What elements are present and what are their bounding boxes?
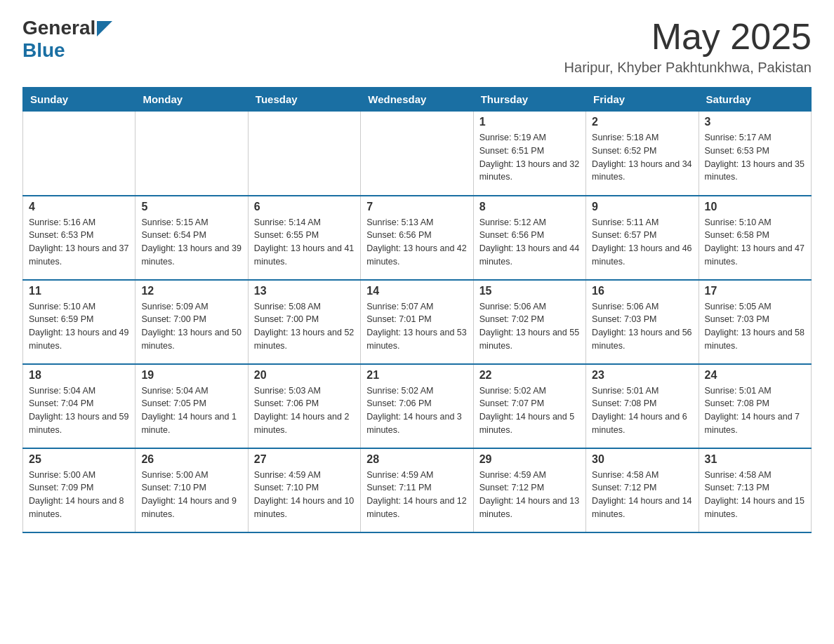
sun-info: Sunrise: 4:58 AMSunset: 7:12 PMDaylight:… xyxy=(592,469,692,521)
logo-arrow-icon xyxy=(97,21,112,36)
sun-info: Sunrise: 5:07 AMSunset: 7:01 PMDaylight:… xyxy=(366,300,467,353)
calendar-header: Sunday Monday Tuesday Wednesday Thursday… xyxy=(23,88,812,112)
sun-info: Sunrise: 5:10 AMSunset: 6:59 PMDaylight:… xyxy=(29,300,129,353)
day-number: 17 xyxy=(705,285,805,297)
sun-info: Sunrise: 5:15 AMSunset: 6:54 PMDaylight:… xyxy=(141,216,241,269)
location-subtitle: Haripur, Khyber Pakhtunkhwa, Pakistan xyxy=(564,60,812,76)
sun-info: Sunrise: 5:18 AMSunset: 6:52 PMDaylight:… xyxy=(592,131,692,184)
logo: General Blue xyxy=(22,17,112,62)
calendar-cell: 9Sunrise: 5:11 AMSunset: 6:57 PMDaylight… xyxy=(586,196,699,280)
sun-info: Sunrise: 5:02 AMSunset: 7:06 PMDaylight:… xyxy=(366,384,467,437)
day-number: 4 xyxy=(29,201,129,213)
sun-info: Sunrise: 5:00 AMSunset: 7:09 PMDaylight:… xyxy=(29,469,129,521)
day-number: 30 xyxy=(592,453,692,466)
calendar-cell: 6Sunrise: 5:14 AMSunset: 6:55 PMDaylight… xyxy=(248,196,360,280)
day-number: 15 xyxy=(479,285,580,297)
calendar-cell: 18Sunrise: 5:04 AMSunset: 7:04 PMDayligh… xyxy=(23,364,135,448)
sun-info: Sunrise: 5:08 AMSunset: 7:00 PMDaylight:… xyxy=(254,300,355,353)
calendar-cell: 28Sunrise: 4:59 AMSunset: 7:11 PMDayligh… xyxy=(361,448,473,532)
month-title: May 2025 xyxy=(564,17,812,57)
calendar-cell: 21Sunrise: 5:02 AMSunset: 7:06 PMDayligh… xyxy=(361,364,473,448)
sun-info: Sunrise: 5:14 AMSunset: 6:55 PMDaylight:… xyxy=(254,216,355,269)
sun-info: Sunrise: 5:11 AMSunset: 6:57 PMDaylight:… xyxy=(592,216,692,269)
sun-info: Sunrise: 4:59 AMSunset: 7:10 PMDaylight:… xyxy=(254,469,355,521)
sun-info: Sunrise: 5:16 AMSunset: 6:53 PMDaylight:… xyxy=(29,216,129,269)
calendar-cell xyxy=(361,112,473,196)
calendar-cell: 17Sunrise: 5:05 AMSunset: 7:03 PMDayligh… xyxy=(699,280,811,364)
calendar-cell: 24Sunrise: 5:01 AMSunset: 7:08 PMDayligh… xyxy=(699,364,811,448)
calendar-cell: 11Sunrise: 5:10 AMSunset: 6:59 PMDayligh… xyxy=(23,280,135,364)
calendar-body: 1Sunrise: 5:19 AMSunset: 6:51 PMDaylight… xyxy=(23,112,812,532)
sun-info: Sunrise: 5:19 AMSunset: 6:51 PMDaylight:… xyxy=(479,131,580,184)
day-number: 20 xyxy=(254,369,355,382)
sun-info: Sunrise: 5:06 AMSunset: 7:02 PMDaylight:… xyxy=(479,300,580,353)
sun-info: Sunrise: 5:09 AMSunset: 7:00 PMDaylight:… xyxy=(141,300,241,353)
col-tuesday: Tuesday xyxy=(248,88,360,112)
col-friday: Friday xyxy=(586,88,699,112)
day-number: 28 xyxy=(366,453,467,466)
day-number: 3 xyxy=(705,116,805,128)
col-saturday: Saturday xyxy=(699,88,811,112)
calendar-cell: 13Sunrise: 5:08 AMSunset: 7:00 PMDayligh… xyxy=(248,280,360,364)
calendar-cell: 3Sunrise: 5:17 AMSunset: 6:53 PMDaylight… xyxy=(699,112,811,196)
day-number: 14 xyxy=(366,285,467,297)
day-number: 18 xyxy=(29,369,129,382)
col-wednesday: Wednesday xyxy=(361,88,473,112)
day-number: 13 xyxy=(254,285,355,297)
calendar-cell: 14Sunrise: 5:07 AMSunset: 7:01 PMDayligh… xyxy=(361,280,473,364)
calendar-cell: 19Sunrise: 5:04 AMSunset: 7:05 PMDayligh… xyxy=(135,364,248,448)
calendar-cell: 2Sunrise: 5:18 AMSunset: 6:52 PMDaylight… xyxy=(586,112,699,196)
day-number: 5 xyxy=(141,201,241,213)
day-number: 16 xyxy=(592,285,692,297)
col-thursday: Thursday xyxy=(473,88,585,112)
day-number: 21 xyxy=(366,369,467,382)
page-header: General Blue May 2025 Haripur, Khyber Pa… xyxy=(22,17,812,76)
logo-general-text: General xyxy=(22,17,95,39)
sun-info: Sunrise: 5:05 AMSunset: 7:03 PMDaylight:… xyxy=(705,300,805,353)
day-number: 6 xyxy=(254,201,355,213)
sun-info: Sunrise: 4:58 AMSunset: 7:13 PMDaylight:… xyxy=(705,469,805,521)
col-monday: Monday xyxy=(135,88,248,112)
sun-info: Sunrise: 5:02 AMSunset: 7:07 PMDaylight:… xyxy=(479,384,580,437)
day-number: 11 xyxy=(29,285,129,297)
sun-info: Sunrise: 5:13 AMSunset: 6:56 PMDaylight:… xyxy=(366,216,467,269)
sun-info: Sunrise: 5:06 AMSunset: 7:03 PMDaylight:… xyxy=(592,300,692,353)
calendar-cell: 4Sunrise: 5:16 AMSunset: 6:53 PMDaylight… xyxy=(23,196,135,280)
day-number: 24 xyxy=(705,369,805,382)
sun-info: Sunrise: 5:01 AMSunset: 7:08 PMDaylight:… xyxy=(705,384,805,437)
calendar-cell: 23Sunrise: 5:01 AMSunset: 7:08 PMDayligh… xyxy=(586,364,699,448)
sun-info: Sunrise: 5:10 AMSunset: 6:58 PMDaylight:… xyxy=(705,216,805,269)
sun-info: Sunrise: 5:01 AMSunset: 7:08 PMDaylight:… xyxy=(592,384,692,437)
calendar-cell: 25Sunrise: 5:00 AMSunset: 7:09 PMDayligh… xyxy=(23,448,135,532)
calendar-cell xyxy=(135,112,248,196)
calendar-cell: 26Sunrise: 5:00 AMSunset: 7:10 PMDayligh… xyxy=(135,448,248,532)
day-number: 7 xyxy=(366,201,467,213)
sun-info: Sunrise: 4:59 AMSunset: 7:12 PMDaylight:… xyxy=(479,469,580,521)
calendar-row-4: 18Sunrise: 5:04 AMSunset: 7:04 PMDayligh… xyxy=(23,364,812,448)
calendar-cell xyxy=(23,112,135,196)
calendar-row-3: 11Sunrise: 5:10 AMSunset: 6:59 PMDayligh… xyxy=(23,280,812,364)
sun-info: Sunrise: 5:17 AMSunset: 6:53 PMDaylight:… xyxy=(705,131,805,184)
calendar-cell xyxy=(248,112,360,196)
calendar-cell: 30Sunrise: 4:58 AMSunset: 7:12 PMDayligh… xyxy=(586,448,699,532)
calendar-cell: 15Sunrise: 5:06 AMSunset: 7:02 PMDayligh… xyxy=(473,280,585,364)
day-number: 12 xyxy=(141,285,241,297)
calendar-cell: 5Sunrise: 5:15 AMSunset: 6:54 PMDaylight… xyxy=(135,196,248,280)
day-number: 19 xyxy=(141,369,241,382)
calendar-cell: 12Sunrise: 5:09 AMSunset: 7:00 PMDayligh… xyxy=(135,280,248,364)
calendar-cell: 31Sunrise: 4:58 AMSunset: 7:13 PMDayligh… xyxy=(699,448,811,532)
calendar-cell: 29Sunrise: 4:59 AMSunset: 7:12 PMDayligh… xyxy=(473,448,585,532)
calendar-row-5: 25Sunrise: 5:00 AMSunset: 7:09 PMDayligh… xyxy=(23,448,812,532)
calendar-cell: 8Sunrise: 5:12 AMSunset: 6:56 PMDaylight… xyxy=(473,196,585,280)
sun-info: Sunrise: 5:04 AMSunset: 7:05 PMDaylight:… xyxy=(141,384,241,437)
day-number: 9 xyxy=(592,201,692,213)
day-number: 29 xyxy=(479,453,580,466)
day-number: 10 xyxy=(705,201,805,213)
day-number: 26 xyxy=(141,453,241,466)
sun-info: Sunrise: 5:00 AMSunset: 7:10 PMDaylight:… xyxy=(141,469,241,521)
day-number: 25 xyxy=(29,453,129,466)
title-block: May 2025 Haripur, Khyber Pakhtunkhwa, Pa… xyxy=(564,17,812,76)
sun-info: Sunrise: 5:12 AMSunset: 6:56 PMDaylight:… xyxy=(479,216,580,269)
day-number: 22 xyxy=(479,369,580,382)
calendar-cell: 7Sunrise: 5:13 AMSunset: 6:56 PMDaylight… xyxy=(361,196,473,280)
